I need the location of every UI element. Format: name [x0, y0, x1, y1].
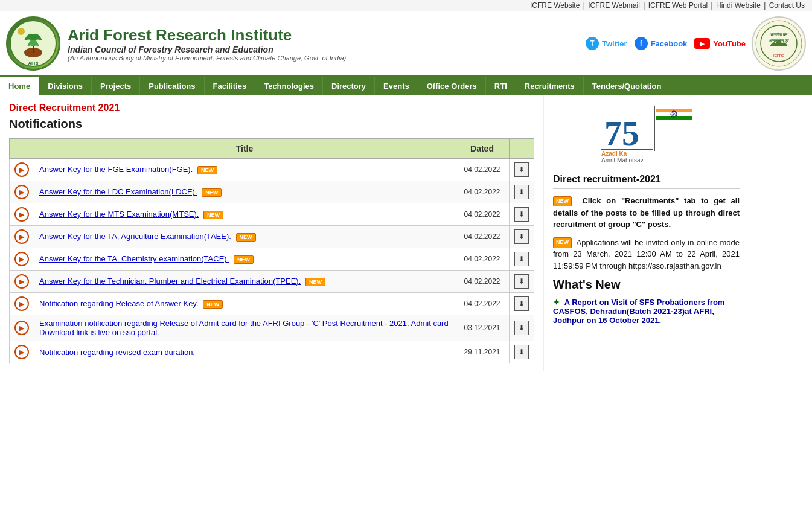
new-badge-1: NEW: [553, 196, 572, 207]
org-title: Arid Forest Research Institute: [68, 26, 586, 45]
row-title-cell: Answer Key for the Technician, Plumber a…: [34, 271, 455, 293]
nav-publications[interactable]: Publications: [140, 77, 204, 95]
row-download-cell: ⬇: [510, 248, 534, 271]
download-icon[interactable]: ⬇: [514, 252, 529, 266]
new-badge-2: NEW: [553, 237, 572, 248]
row-arrow-cell: ▶: [10, 159, 34, 181]
table-row: ▶Answer Key for the TA, Agriculture Exam…: [10, 226, 534, 248]
row-arrow-cell: ▶: [10, 315, 34, 341]
arrow-icon[interactable]: ▶: [14, 296, 29, 311]
arrow-icon[interactable]: ▶: [14, 229, 29, 244]
arrow-icon[interactable]: ▶: [14, 162, 29, 177]
notification-link[interactable]: Notification regarding revised exam dura…: [39, 348, 195, 357]
row-title-cell: Answer Key for the LDC Examination(LDCE)…: [34, 181, 455, 203]
twitter-link[interactable]: T Twitter: [586, 37, 627, 50]
notification-link[interactable]: Examination notification regarding Relea…: [39, 319, 449, 337]
row-download-cell: ⬇: [510, 271, 534, 293]
row-download-cell: ⬇: [510, 203, 534, 226]
recruitment-title: Direct recruitment-2021: [553, 174, 740, 189]
nav-projects[interactable]: Projects: [92, 77, 140, 95]
youtube-link[interactable]: ▶ YouTube: [694, 38, 746, 49]
table-row: ▶Notification regarding revised exam dur…: [10, 341, 534, 363]
nav-home[interactable]: Home: [0, 77, 39, 95]
arrow-icon[interactable]: ▶: [14, 185, 29, 199]
new-badge: NEW: [305, 278, 325, 286]
notification-link[interactable]: Answer Key for the LDC Examination(LDCE)…: [39, 187, 197, 196]
download-icon[interactable]: ⬇: [514, 321, 529, 335]
org-description: (An Autonomous Body of Ministry of Envir…: [68, 54, 586, 62]
contact-us-link[interactable]: Contact Us: [769, 1, 805, 10]
arrow-icon[interactable]: ▶: [14, 207, 29, 222]
nav-directory[interactable]: Directory: [323, 77, 375, 95]
nav-recruitments[interactable]: Recruitments: [516, 77, 584, 95]
logo-container: AFRI Arid Forest Research Institute Indi…: [6, 16, 586, 71]
row-download-cell: ⬇: [510, 293, 534, 315]
hindi-website-link[interactable]: Hindi Website: [716, 1, 761, 10]
download-icon[interactable]: ⬇: [514, 229, 529, 244]
row-date-cell: 04.02.2022: [455, 271, 510, 293]
twitter-icon: T: [586, 37, 599, 50]
icfre-web-portal-link[interactable]: ICFRE Web Portal: [648, 1, 708, 10]
download-icon[interactable]: ⬇: [514, 296, 529, 311]
row-arrow-cell: ▶: [10, 271, 34, 293]
download-icon[interactable]: ⬇: [514, 162, 529, 177]
download-icon[interactable]: ⬇: [514, 185, 529, 199]
nav-facilities[interactable]: Facilities: [205, 77, 256, 95]
nav-technologies[interactable]: Technologies: [255, 77, 323, 95]
icfre-website-link[interactable]: ICFRE Website: [530, 1, 580, 10]
row-title-cell: Answer Key for the TA, Chemistry examina…: [34, 248, 455, 271]
new-badge: NEW: [202, 188, 222, 197]
notification-link[interactable]: Answer Key for the MTS Examination(MTSE)…: [39, 210, 199, 219]
topbar-links: ICFRE Website | ICFRE Webmail | ICFRE We…: [530, 1, 805, 10]
col-arrow: [10, 139, 34, 159]
download-icon[interactable]: ⬇: [514, 345, 529, 359]
whats-new-link-1[interactable]: A Report on Visit of SFS Probationers fr…: [553, 298, 724, 325]
section-title: Notifications: [9, 117, 534, 131]
notification-link[interactable]: Notification regarding Release of Answer…: [39, 299, 199, 308]
arrow-icon[interactable]: ▶: [14, 274, 29, 289]
new-badge: NEW: [236, 233, 256, 242]
facebook-icon: f: [635, 37, 648, 50]
svg-text:AFRI: AFRI: [28, 61, 38, 65]
row-title-cell: Answer Key for the MTS Examination(MTSE)…: [34, 203, 455, 226]
nav-rti[interactable]: RTI: [486, 77, 516, 95]
row-title-cell: Answer Key for the TA, Agriculture Exami…: [34, 226, 455, 248]
recruitment-para1: NEW Click on "Recruitments" tab to get a…: [553, 195, 740, 231]
notification-link[interactable]: Answer Key for the TA, Agriculture Exami…: [39, 232, 231, 241]
whats-new-section: What's New ✦ A Report on Visit of SFS Pr…: [553, 278, 740, 325]
row-date-cell: 03.12.2021: [455, 315, 510, 341]
azadi-section: 75 Azadi Ka Amrit Mahotsav: [553, 103, 740, 165]
recruitment-para1-text: Click on "Recruitments" tab to get all d…: [553, 196, 740, 229]
green-bullet-icon: ✦: [553, 298, 560, 307]
row-date-cell: 04.02.2022: [455, 181, 510, 203]
new-badge: NEW: [203, 300, 223, 309]
notification-link[interactable]: Answer Key for the Technician, Plumber a…: [39, 277, 301, 286]
svg-point-3: [18, 28, 25, 35]
row-date-cell: 04.02.2022: [455, 203, 510, 226]
col-title: Title: [34, 139, 455, 159]
download-icon[interactable]: ⬇: [514, 274, 529, 289]
nav-office-orders[interactable]: Office Orders: [418, 77, 486, 95]
table-row: ▶Notification regarding Release of Answe…: [10, 293, 534, 315]
row-title-cell: Examination notification regarding Relea…: [34, 315, 455, 341]
notification-link[interactable]: Answer Key for the FGE Examination(FGE).: [39, 165, 193, 174]
arrow-icon[interactable]: ▶: [14, 252, 29, 266]
whats-new-title: What's New: [553, 278, 740, 292]
svg-text:75: 75: [604, 114, 639, 153]
download-icon[interactable]: ⬇: [514, 207, 529, 222]
row-download-cell: ⬇: [510, 159, 534, 181]
arrow-icon[interactable]: ▶: [14, 345, 29, 359]
icfre-logo: भारतीय वन अनुसंधान एवं ICFRE: [752, 16, 806, 71]
icfre-webmail-link[interactable]: ICFRE Webmail: [588, 1, 640, 10]
arrow-icon[interactable]: ▶: [14, 321, 29, 335]
facebook-link[interactable]: f Facebook: [635, 37, 688, 50]
notification-link[interactable]: Answer Key for the TA, Chemistry examina…: [39, 254, 229, 263]
facebook-label: Facebook: [651, 39, 688, 48]
afri-logo: AFRI: [6, 16, 60, 71]
new-badge: NEW: [197, 166, 217, 174]
recruitment-section: Direct recruitment-2021 NEW Click on "Re…: [553, 174, 740, 272]
nav-events[interactable]: Events: [375, 77, 418, 95]
nav-divisions[interactable]: Divisions: [39, 77, 92, 95]
nav-tenders[interactable]: Tenders/Quotation: [584, 77, 671, 95]
row-arrow-cell: ▶: [10, 248, 34, 271]
